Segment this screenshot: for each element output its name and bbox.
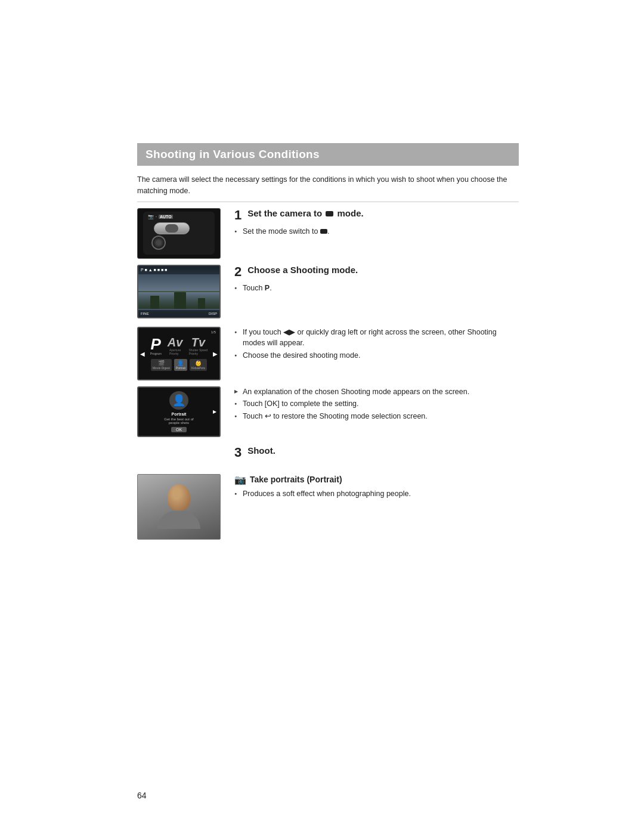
person-silhouette [157, 484, 200, 529]
page: Shooting in Various Conditions The camer… [0, 0, 644, 833]
camera-illustration: 📷 · AUTO [137, 208, 221, 259]
right-arrow: ▶ [213, 350, 218, 357]
step-2-screen-landscape: P ■ ▲ ■ ■ ■ ■ FINE DISP [137, 265, 221, 318]
bottom-bar-right: DISP [209, 312, 217, 315]
step-2-number: 2 [234, 265, 242, 279]
step-2-mode-row: 1/5 P Program Av AperturePriority [137, 327, 519, 380]
bullet-touch-restore: Touch ↩ to restore the Shooting mode sel… [234, 411, 519, 422]
step-1-bullets: Set the mode switch to . [234, 226, 519, 237]
portrait-subsection-bullets: Produces a soft effect when photographin… [234, 488, 519, 500]
step-3-content: 3 Shoot. [234, 445, 519, 463]
portrait-ok-button[interactable]: OK [171, 427, 187, 432]
step-2-content: 2 Choose a Shooting mode. Touch P. [234, 265, 519, 295]
screen-overlay: P ■ ▲ ■ ■ ■ ■ [138, 266, 219, 274]
step-1-title: Set the camera to mode. [247, 208, 364, 218]
step-2-bullet-touch: Touch P. [234, 283, 519, 294]
portrait-screen-desc: Get the best out ofpeople shots [164, 417, 193, 425]
portrait-photo-container [137, 474, 224, 540]
step-2-bullets: Touch P. [234, 283, 519, 294]
step-2-bullet-choose: Choose the desired shooting mode. [234, 350, 519, 361]
step-2-portrait-bullets: An explanation of the chosen Shooting mo… [234, 386, 519, 422]
step-1-title-row: 1 Set the camera to mode. [234, 208, 519, 222]
content-area: Shooting in Various Conditions The camer… [137, 143, 519, 546]
step-2-mode-image: 1/5 P Program Av AperturePriority [137, 327, 224, 380]
step-1-number: 1 [234, 208, 242, 222]
left-arrow: ◀ [140, 350, 145, 357]
step-2-portrait-image: 👤 Portrait Get the best out ofpeople sho… [137, 386, 224, 437]
step-2-extra-content: If you touch ◀▶ or quickly drag left or … [234, 327, 519, 363]
intro-text: The camera will select the necessary set… [137, 174, 519, 202]
portrait-info-screen: 👤 Portrait Get the best out ofpeople sho… [137, 386, 221, 437]
mode-selection-screen: 1/5 P Program Av AperturePriority [137, 327, 221, 380]
page-number: 64 [137, 791, 147, 800]
step-3-title: Shoot. [247, 445, 275, 456]
step-3-number: 3 [234, 445, 242, 460]
step-3-title-row: 3 Shoot. [234, 445, 519, 460]
bottom-bar-left: FINE [141, 312, 149, 315]
step-3-row: 3 Shoot. [137, 445, 519, 463]
portrait-screen-icon: 👤 [169, 391, 188, 410]
portrait-subsection-icon: 📷 [234, 474, 246, 485]
bullet-explanation: An explanation of the chosen Shooting mo… [234, 386, 519, 398]
bullet-touch-ok: Touch [OK] to complete the setting. [234, 398, 519, 410]
portrait-photo [137, 474, 221, 540]
portrait-subsection-content: 📷 Take portraits (Portrait) Produces a s… [234, 474, 519, 501]
step-2-row: P ■ ▲ ■ ■ ■ ■ FINE DISP [137, 265, 519, 321]
screen-bottom-bar: FINE DISP [138, 310, 219, 317]
section-title-bar: Shooting in Various Conditions [137, 143, 519, 166]
step-1-row: 📷 · AUTO [137, 208, 519, 259]
portrait-subsection-title-text: Take portraits (Portrait) [250, 475, 342, 484]
step-2-extra-bullets: If you touch ◀▶ or quickly drag left or … [234, 327, 519, 361]
portrait-bullet-1: Produces a soft effect when photographin… [234, 488, 519, 500]
screen-overlay-text: P ■ ▲ ■ ■ ■ ■ [141, 268, 167, 272]
portrait-subsection-title: 📷 Take portraits (Portrait) [234, 474, 519, 485]
step-2-portrait-content: An explanation of the chosen Shooting mo… [234, 386, 519, 423]
step-2-portrait-row: 👤 Portrait Get the best out ofpeople sho… [137, 386, 519, 437]
step-2-title-row: 2 Choose a Shooting mode. [234, 265, 519, 279]
step-1-image: 📷 · AUTO [137, 208, 224, 259]
step-1-bullet-1: Set the mode switch to . [234, 226, 519, 237]
section-title: Shooting in Various Conditions [145, 148, 320, 160]
step-2-bullet-drag: If you touch ◀▶ or quickly drag left or … [234, 327, 519, 349]
portrait-subsection-row: 📷 Take portraits (Portrait) Produces a s… [137, 474, 519, 540]
step-1-content: 1 Set the camera to mode. Set the mode s… [234, 208, 519, 239]
step-2-title: Choose a Shooting mode. [247, 265, 358, 275]
steps-area: 📷 · AUTO [137, 208, 519, 546]
step-2-image: P ■ ▲ ■ ■ ■ ■ FINE DISP [137, 265, 224, 321]
portrait-screen-title: Portrait [172, 412, 187, 416]
